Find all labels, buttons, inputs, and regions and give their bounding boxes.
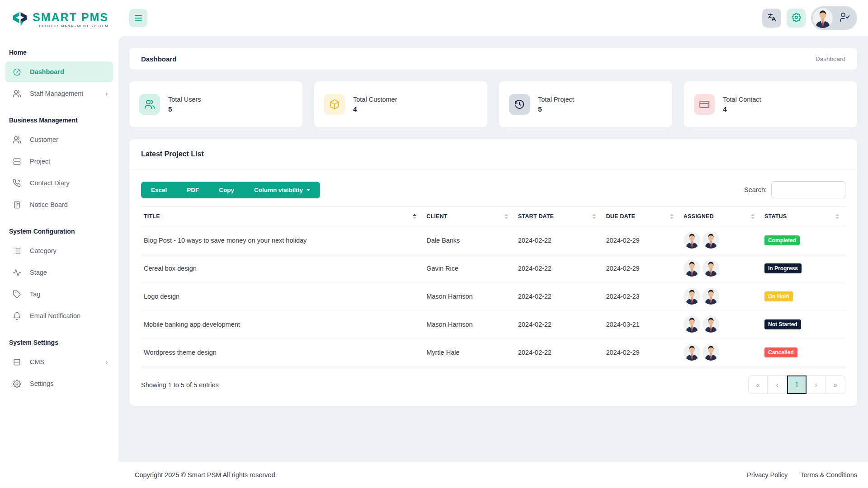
terms-conditions-link[interactable]: Terms & Conditions xyxy=(800,471,857,479)
table-row: Blog Post - 10 ways to save money on you… xyxy=(141,226,845,254)
sidebar-item-label: Category xyxy=(30,247,57,254)
sidebar-item-label: Customer xyxy=(30,136,58,143)
breadcrumb-path[interactable]: Dashboard xyxy=(816,56,845,62)
pagination-last-button[interactable]: » xyxy=(826,375,845,394)
user-menu[interactable] xyxy=(811,6,857,30)
column-header-start-date[interactable]: START DATE xyxy=(514,207,603,226)
cell-due-date: 2024-02-29 xyxy=(602,226,679,254)
cell-start-date: 2024-02-22 xyxy=(514,254,603,282)
cell-start-date: 2024-02-22 xyxy=(514,310,603,338)
caret-down-icon xyxy=(307,189,310,191)
column-visibility-button[interactable]: Column visibility xyxy=(244,182,320,198)
assignee-avatar[interactable] xyxy=(684,260,700,277)
sidebar-item-email-notification[interactable]: Email Notification xyxy=(5,305,113,326)
sort-icon xyxy=(835,214,842,219)
package-icon xyxy=(324,94,345,115)
latest-project-list-card: Latest Project List Excel PDF Copy Colum… xyxy=(129,139,857,406)
sidebar-item-dashboard[interactable]: Dashboard xyxy=(5,61,113,82)
sort-icon xyxy=(670,214,676,219)
assignee-avatar[interactable] xyxy=(703,316,719,333)
users-icon xyxy=(12,89,22,98)
stat-card-total-customer: Total Customer 4 xyxy=(314,81,487,127)
sidebar-item-label: Settings xyxy=(30,380,53,387)
assignee-avatar[interactable] xyxy=(703,260,719,277)
assignee-avatar[interactable] xyxy=(703,288,719,305)
sidebar-item-tag[interactable]: Tag xyxy=(5,284,113,305)
cell-title: Logo design xyxy=(141,282,423,310)
pagination-page-1[interactable]: 1 xyxy=(787,375,807,394)
stat-card-total-users: Total Users 5 xyxy=(129,81,302,127)
stat-label: Total Users xyxy=(168,96,201,103)
status-badge: In Progress xyxy=(764,263,802,273)
settings-quick-button[interactable] xyxy=(787,9,806,28)
cell-due-date: 2024-02-29 xyxy=(602,338,679,366)
entries-info: Showing 1 to 5 of 5 entries xyxy=(141,381,219,389)
sidebar-item-settings[interactable]: Settings xyxy=(5,373,113,394)
sidebar-item-customer[interactable]: Customer xyxy=(5,129,113,150)
sidebar-item-stage[interactable]: Stage xyxy=(5,262,113,283)
pagination-first-button[interactable]: « xyxy=(748,375,768,394)
cell-due-date: 2024-02-29 xyxy=(602,254,679,282)
cell-client: Myrtle Hale xyxy=(423,338,514,366)
activity-icon xyxy=(12,268,22,277)
pagination-next-button[interactable]: › xyxy=(807,375,826,394)
sort-icon xyxy=(592,214,599,219)
tag-icon xyxy=(12,290,22,299)
cell-title: Blog Post - 10 ways to save money on you… xyxy=(141,226,423,254)
sidebar-item-project[interactable]: Project xyxy=(5,151,113,172)
assignee-avatar[interactable] xyxy=(703,344,719,361)
sidebar-item-label: Project xyxy=(30,158,50,165)
sidebar-item-label: Tag xyxy=(30,291,40,298)
main-area: Dashboard Dashboard Total Users 5 Total … xyxy=(118,0,868,488)
sidebar-item-label: Notice Board xyxy=(30,201,68,208)
sidebar-item-label: Email Notification xyxy=(30,312,80,319)
page-title: Dashboard xyxy=(141,55,176,63)
assignee-avatar[interactable] xyxy=(684,316,700,333)
assigned-avatars xyxy=(684,344,757,361)
stats-row: Total Users 5 Total Customer 4 Total Pro… xyxy=(129,81,857,127)
column-header-assigned[interactable]: ASSIGNED xyxy=(680,207,761,226)
sidebar-item-notice-board[interactable]: Notice Board xyxy=(5,194,113,215)
column-header-title[interactable]: TITLE xyxy=(141,207,423,226)
copy-button[interactable]: Copy xyxy=(209,182,244,198)
sidebar-item-staff-management[interactable]: Staff Management › xyxy=(5,83,113,104)
column-header-due-date[interactable]: DUE DATE xyxy=(602,207,679,226)
chevron-right-icon: › xyxy=(106,359,108,366)
status-badge: Not Started xyxy=(764,319,801,329)
sort-icon xyxy=(505,214,511,219)
search-input[interactable] xyxy=(771,181,845,198)
column-header-client[interactable]: CLIENT xyxy=(423,207,514,226)
assignee-avatar[interactable] xyxy=(684,288,700,305)
assignee-avatar[interactable] xyxy=(703,232,719,249)
project-table: TITLE CLIENT START DATE DUE DATE ASSIGNE… xyxy=(141,206,845,366)
translate-button[interactable] xyxy=(762,9,781,28)
brand-logo[interactable]: SMART PMS PROJECT MANAGMENT SYSTEM xyxy=(0,5,118,37)
assigned-avatars xyxy=(684,260,757,277)
sidebar-item-label: Dashboard xyxy=(30,68,64,75)
sidebar-item-contact-diary[interactable]: Contact Diary xyxy=(5,173,113,193)
assignee-avatar[interactable] xyxy=(684,344,700,361)
table-row: Logo design Mason Harrison 2024-02-22 20… xyxy=(141,282,845,310)
content-area: Dashboard Dashboard Total Users 5 Total … xyxy=(118,36,868,462)
sidebar-item-category[interactable]: Category xyxy=(5,240,113,261)
privacy-policy-link[interactable]: Privacy Policy xyxy=(747,471,788,479)
pagination-prev-button[interactable]: ‹ xyxy=(768,375,787,394)
status-badge: Cancelled xyxy=(764,347,797,357)
menu-toggle-button[interactable] xyxy=(129,9,147,27)
cell-due-date: 2024-02-23 xyxy=(602,282,679,310)
sort-icon xyxy=(751,214,757,219)
excel-button[interactable]: Excel xyxy=(141,182,177,198)
sidebar-item-cms[interactable]: CMS › xyxy=(5,352,113,372)
pdf-button[interactable]: PDF xyxy=(177,182,209,198)
assignee-avatar[interactable] xyxy=(684,232,700,249)
cell-client: Dale Banks xyxy=(423,226,514,254)
table-row: Mobile banking app development Mason Har… xyxy=(141,310,845,338)
stat-value: 4 xyxy=(353,105,397,113)
stat-card-total-contact: Total Contact 4 xyxy=(684,81,857,127)
stat-value: 5 xyxy=(168,105,201,113)
layout-split-icon xyxy=(12,358,22,366)
sidebar-item-label: CMS xyxy=(30,358,44,366)
column-header-status[interactable]: STATUS xyxy=(761,207,845,226)
cell-title: Cereal box design xyxy=(141,254,423,282)
brand-logo-icon xyxy=(11,10,29,30)
